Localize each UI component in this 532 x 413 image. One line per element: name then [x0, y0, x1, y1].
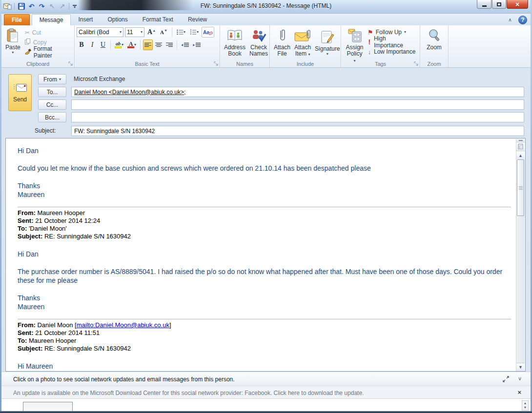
paste-icon	[7, 28, 19, 43]
pane-chevron-down-icon[interactable]: ∨	[518, 375, 522, 382]
italic-button[interactable]: I	[87, 39, 97, 50]
signature-dropdown-icon[interactable]: ▾	[327, 52, 328, 56]
cc-field[interactable]	[71, 99, 524, 110]
people-pane: Click on a photo to see social network u…	[1, 372, 531, 411]
numbering-button[interactable]: ▾	[188, 27, 200, 38]
numbering-dropdown-icon[interactable]: ▾	[197, 30, 199, 34]
ruler-toggle-button[interactable]	[516, 142, 525, 151]
shrink-font-button[interactable]: A▼	[159, 27, 169, 38]
scroll-up-icon[interactable]: ▲	[516, 151, 525, 159]
signature-button[interactable]: Signature ▾	[313, 28, 342, 57]
font-color-dropdown-icon[interactable]: ▾	[134, 43, 136, 47]
minimize-button[interactable]	[477, 0, 491, 9]
update-notice-text[interactable]: An update is available on the Microsoft …	[13, 390, 364, 396]
group-zoom: Zoom Zoom	[420, 25, 449, 67]
address-book-icon	[227, 28, 242, 43]
help-icon[interactable]: ?	[518, 16, 527, 24]
dismiss-update-icon[interactable]: ×	[517, 389, 521, 396]
from-account: Microsoft Exchange	[74, 76, 125, 82]
copy-icon	[25, 39, 31, 46]
cc-button[interactable]: Cc...	[38, 99, 66, 110]
cut-button: ✂ Cut	[23, 28, 72, 38]
people-pane-header: Click on a photo to see social network u…	[1, 372, 531, 386]
close-button[interactable]: ×	[507, 0, 528, 9]
underline-button[interactable]: U	[98, 39, 108, 50]
subject-field[interactable]: FW: Sunningdale S/N 1630942	[71, 126, 524, 136]
mailto-link[interactable]: mailto:Daniel.Moon@abiuk.co.uk	[77, 321, 169, 329]
assign-policy-button[interactable]: Assign Policy ▾	[343, 27, 366, 64]
grow-font-button[interactable]: A▲	[146, 27, 157, 38]
attach-item-button[interactable]: Attach Item ▾	[292, 27, 313, 58]
scroll-down-icon[interactable]: ▼	[516, 363, 525, 371]
ribbon-top-right: ∧ ?	[506, 16, 527, 24]
from-dropdown-icon: ▾	[59, 78, 61, 81]
basic-text-dialog-launcher-icon[interactable]	[213, 61, 219, 66]
splitter-handle[interactable]	[516, 139, 525, 142]
bcc-button[interactable]: Bcc...	[38, 112, 66, 122]
decrease-indent-button[interactable]	[180, 39, 190, 50]
body-line: Maureen	[18, 190, 511, 199]
font-name-combo[interactable]: Calibri (Bod ▾	[77, 27, 123, 37]
zoom-button[interactable]: Zoom	[422, 27, 446, 52]
paste-button[interactable]: Paste ▾	[3, 27, 22, 56]
body-line: Hi Dan	[18, 146, 511, 155]
bold-button[interactable]: B	[77, 39, 86, 50]
body-line: Thanks	[18, 181, 511, 190]
scroll-up-small-icon[interactable]: ▲	[524, 401, 527, 405]
window-title: FW: Sunningdale S/N 1630942 - Message (H…	[0, 2, 532, 9]
paperclip-icon	[278, 28, 286, 43]
contact-strip-scrollbar[interactable]: ▲ ▼	[522, 400, 529, 411]
align-center-button[interactable]	[154, 39, 164, 50]
tab-message[interactable]: Message	[32, 14, 71, 25]
paste-dropdown-icon[interactable]: ▾	[12, 51, 14, 55]
clipboard-dialog-launcher-icon[interactable]	[68, 61, 73, 66]
scroll-down-small-icon[interactable]: ▼	[524, 406, 527, 410]
restore-button[interactable]	[492, 0, 506, 9]
tab-file[interactable]: File	[4, 14, 30, 25]
increase-indent-button[interactable]	[191, 39, 202, 50]
text-highlight-button[interactable]: ab ▾	[113, 39, 125, 50]
tab-options[interactable]: Options	[100, 14, 135, 25]
group-clipboard: Paste ▾ ✂ Cut Copy	[1, 25, 75, 67]
from-button[interactable]: From▾	[38, 74, 66, 84]
tags-dialog-launcher-icon[interactable]	[413, 61, 419, 66]
body-line: Hi Dan	[18, 250, 511, 258]
low-importance-icon: ↓	[368, 48, 371, 56]
to-button[interactable]: To...	[38, 87, 66, 97]
font-size-dropdown-icon[interactable]: ▾	[141, 30, 143, 34]
low-importance-button[interactable]: ↓ Low Importance	[366, 47, 418, 57]
message-body-editor[interactable]: Hi Dan Could you let me know if the base…	[6, 138, 516, 371]
format-painter-button[interactable]: Format Painter	[23, 47, 72, 57]
highlight-dropdown-icon[interactable]: ▾	[122, 43, 123, 47]
follow-up-dropdown-icon[interactable]: ▾	[404, 30, 406, 34]
clear-formatting-button[interactable]: Aa	[202, 27, 214, 38]
align-right-button[interactable]	[164, 39, 174, 50]
attach-item-dropdown-icon[interactable]: ▾	[308, 52, 310, 57]
bullets-button[interactable]: ▾	[175, 27, 187, 38]
bcc-field[interactable]	[71, 112, 524, 122]
tab-insert[interactable]: Insert	[71, 14, 100, 25]
ribbon-empty-space	[449, 25, 531, 67]
body-line: Maureen	[18, 302, 511, 311]
body-vertical-scrollbar[interactable]: ▲ ▼	[516, 139, 525, 371]
font-color-button[interactable]: A ▾	[126, 39, 138, 50]
font-name-dropdown-icon[interactable]: ▾	[120, 30, 122, 34]
high-importance-button[interactable]: ! High Importance	[366, 37, 418, 47]
scrollbar-thumb[interactable]	[517, 159, 524, 216]
assign-policy-icon	[348, 28, 362, 43]
attach-file-button[interactable]: Attach File	[272, 27, 292, 58]
font-size-combo[interactable]: 11 ▾	[125, 27, 144, 37]
quoted-header-2: From: Daniel Moon [mailto:Daniel.Moon@ab…	[18, 319, 511, 353]
check-names-button[interactable]: Check Names	[247, 27, 270, 58]
bullets-dropdown-icon[interactable]: ▾	[184, 30, 185, 34]
message-body-area: Hi Dan Could you let me know if the base…	[5, 138, 526, 372]
tab-format-text[interactable]: Format Text	[135, 14, 181, 25]
to-field[interactable]: Daniel Moon <Daniel.Moon@abiuk.co.uk>;	[71, 87, 524, 97]
expand-pane-icon[interactable]	[503, 375, 509, 384]
align-left-button[interactable]	[143, 39, 153, 50]
group-tags: Assign Policy ▾ ⚑ Follow Up ▾ ! High Imp…	[341, 25, 420, 67]
tab-review[interactable]: Review	[181, 14, 214, 25]
collapse-ribbon-icon[interactable]: ∧	[506, 17, 514, 23]
follow-up-flag-icon: ⚑	[368, 29, 373, 36]
address-book-button[interactable]: Address Book	[222, 27, 247, 58]
